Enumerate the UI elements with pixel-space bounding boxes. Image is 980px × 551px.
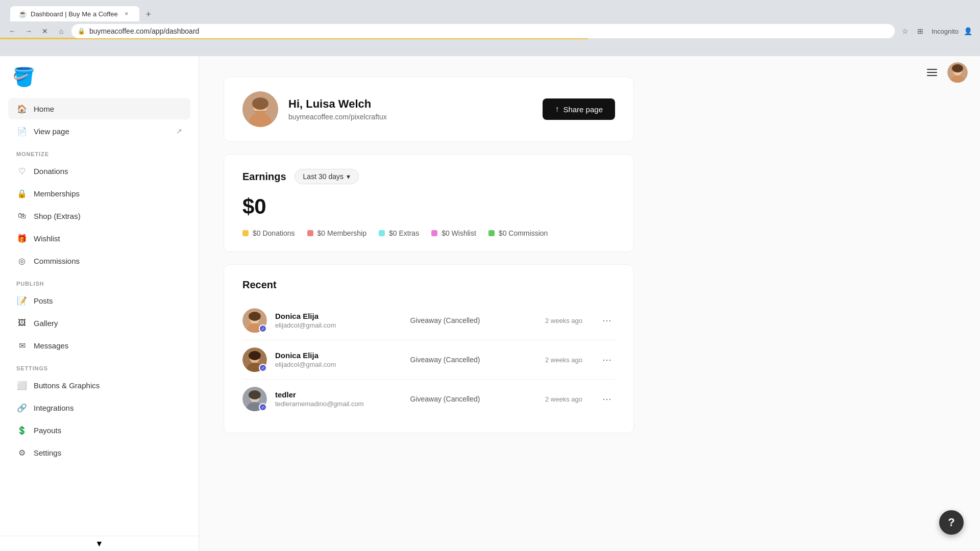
recent-info-2: Donica Elija elijadcol@gmail.com: [275, 351, 402, 368]
sidebar-item-view-page[interactable]: 📄 View page ↗: [8, 120, 190, 142]
reload-button[interactable]: ✕: [39, 25, 51, 37]
commission-dot: [488, 230, 495, 236]
breakdown-wishlist: $0 Wishlist: [431, 229, 476, 237]
topbar-actions: [923, 62, 968, 83]
menu-button[interactable]: [923, 63, 941, 82]
tab-close-button[interactable]: ×: [122, 9, 131, 18]
sidebar-item-payouts[interactable]: 💲 Payouts: [8, 419, 190, 441]
sidebar-item-buttons-graphics[interactable]: ⬜ Buttons & Graphics: [8, 374, 190, 396]
recent-email-3: tedlerarnemadino@gmail.com: [275, 400, 402, 408]
recent-avatar-3: ✓: [242, 387, 267, 411]
memberships-icon: 🔒: [16, 188, 28, 199]
breakdown-membership: $0 Membership: [307, 229, 367, 237]
commissions-icon: ◎: [16, 255, 28, 266]
home-icon: 🏠: [16, 103, 28, 114]
address-bar[interactable]: 🔒 buymeacoffee.com/app/dashboard: [71, 24, 895, 38]
new-tab-button[interactable]: +: [141, 7, 156, 21]
help-button[interactable]: ?: [939, 510, 964, 535]
recent-more-button-3[interactable]: ⋯: [599, 391, 615, 407]
bookmark-button[interactable]: ☆: [899, 25, 911, 37]
extras-dot: [379, 230, 385, 236]
breakdown-extras: $0 Extras: [379, 229, 419, 237]
sidebar-item-wishlist-label: Wishlist: [34, 234, 60, 243]
forward-button[interactable]: →: [22, 25, 35, 37]
menu-line-3: [927, 75, 937, 76]
avatar-badge-2: ✓: [259, 364, 267, 372]
recent-time-3: 2 weeks ago: [545, 395, 582, 403]
sidebar-item-messages[interactable]: ✉ Messages: [8, 335, 190, 356]
avatar-badge-3: ✓: [259, 403, 267, 411]
breakdown-donations: $0 Donations: [242, 229, 295, 237]
sidebar-nav: 🏠 Home 📄 View page ↗ MONETIZE ♡ Donation…: [0, 98, 199, 551]
recent-title: Recent: [242, 279, 615, 291]
sidebar-item-shop-extras[interactable]: 🛍 Shop (Extras): [8, 205, 190, 227]
payouts-icon: 💲: [16, 424, 28, 436]
profile-button[interactable]: 👤: [962, 25, 974, 37]
sidebar: 🪣 🏠 Home 📄 View page ↗ MONETIZE ♡ Donati…: [0, 56, 199, 551]
recent-status-1: Giveaway (Cancelled): [410, 316, 537, 324]
app-container: 🪣 🏠 Home 📄 View page ↗ MONETIZE ♡ Donati…: [0, 56, 980, 551]
sidebar-item-commissions-label: Commissions: [34, 257, 80, 265]
publish-section-label: PUBLISH: [8, 272, 190, 290]
settings-section-label: SETTINGS: [8, 357, 190, 374]
sidebar-scroll-down[interactable]: ▼: [0, 536, 199, 551]
sidebar-item-integrations-label: Integrations: [34, 404, 74, 412]
recent-info-3: tedler tedlerarnemadino@gmail.com: [275, 390, 402, 408]
recent-item: ✓ tedler tedlerarnemadino@gmail.com Give…: [242, 380, 615, 418]
logo-icon: 🪣: [12, 66, 35, 87]
recent-avatar-2: ✓: [242, 347, 267, 372]
earnings-section: Earnings Last 30 days ▾ $0 $0 Donations …: [224, 154, 634, 252]
recent-item: ✓ Donica Elija elijadcol@gmail.com Givea…: [242, 340, 615, 380]
earnings-title: Earnings: [242, 171, 286, 183]
recent-name-2: Donica Elija: [275, 351, 402, 360]
main-inner: Hi, Luisa Welch buymeacoffee.com/pixelcr…: [199, 56, 658, 454]
sidebar-item-view-page-label: View page: [34, 127, 69, 136]
profile-url: buymeacoffee.com/pixelcraftux: [288, 113, 387, 121]
sidebar-item-memberships[interactable]: 🔒 Memberships: [8, 183, 190, 204]
extras-value: $0 Extras: [389, 229, 419, 237]
home-button[interactable]: ⌂: [55, 25, 67, 37]
sidebar-item-wishlist[interactable]: 🎁 Wishlist: [8, 228, 190, 249]
tab-title: Dashboard | Buy Me a Coffee: [31, 10, 118, 18]
address-bar-actions: ☆ ⊞ Incognito 👤: [899, 25, 974, 37]
svg-point-19: [952, 64, 963, 72]
share-page-label: Share page: [563, 105, 603, 114]
recent-avatar-1: ✓: [242, 308, 267, 333]
sidebar-item-gallery[interactable]: 🖼 Gallery: [8, 312, 190, 334]
sidebar-logo: 🪣: [0, 56, 199, 98]
sidebar-item-settings-label: Settings: [34, 448, 61, 457]
share-page-button[interactable]: ↑ Share page: [543, 98, 615, 120]
recent-more-button-1[interactable]: ⋯: [599, 312, 615, 329]
recent-item: ✓ Donica Elija elijadcol@gmail.com Givea…: [242, 301, 615, 340]
sidebar-item-donations[interactable]: ♡ Donations: [8, 160, 190, 182]
recent-more-button-2[interactable]: ⋯: [599, 352, 615, 368]
address-bar-row: ← → ✕ ⌂ 🔒 buymeacoffee.com/app/dashboard…: [0, 24, 980, 38]
recent-info-1: Donica Elija elijadcol@gmail.com: [275, 312, 402, 329]
breakdown-commission: $0 Commission: [488, 229, 548, 237]
extensions-button[interactable]: ⊞: [914, 25, 926, 37]
recent-status-2: Giveaway (Cancelled): [410, 356, 537, 364]
sidebar-item-integrations[interactable]: 🔗 Integrations: [8, 397, 190, 418]
browser-chrome: ☕ Dashboard | Buy Me a Coffee × + ← → ✕ …: [0, 0, 980, 56]
browser-tab-active[interactable]: ☕ Dashboard | Buy Me a Coffee ×: [10, 6, 139, 21]
svg-point-3: [252, 97, 268, 110]
sidebar-item-gallery-label: Gallery: [34, 319, 58, 328]
sidebar-item-posts[interactable]: 📝 Posts: [8, 290, 190, 311]
back-button[interactable]: ←: [6, 25, 18, 37]
share-icon: ↑: [555, 105, 559, 114]
sidebar-item-settings[interactable]: ⚙ Settings: [8, 442, 190, 463]
integrations-icon: 🔗: [16, 402, 28, 413]
wishlist-icon: 🎁: [16, 233, 28, 244]
chevron-down-icon: ▾: [347, 172, 350, 181]
period-selector[interactable]: Last 30 days ▾: [295, 169, 359, 184]
sidebar-item-commissions[interactable]: ◎ Commissions: [8, 250, 190, 271]
earnings-breakdown: $0 Donations $0 Membership $0 Extras $0 …: [242, 229, 615, 237]
avatar-image: [242, 91, 278, 127]
period-label: Last 30 days: [303, 172, 344, 181]
user-avatar-button[interactable]: [947, 62, 968, 83]
sidebar-item-buttons-graphics-label: Buttons & Graphics: [34, 381, 100, 390]
avatar-badge-1: ✓: [259, 324, 267, 333]
membership-value: $0 Membership: [317, 229, 367, 237]
sidebar-item-home[interactable]: 🏠 Home: [8, 98, 190, 119]
settings-icon: ⚙: [16, 447, 28, 458]
